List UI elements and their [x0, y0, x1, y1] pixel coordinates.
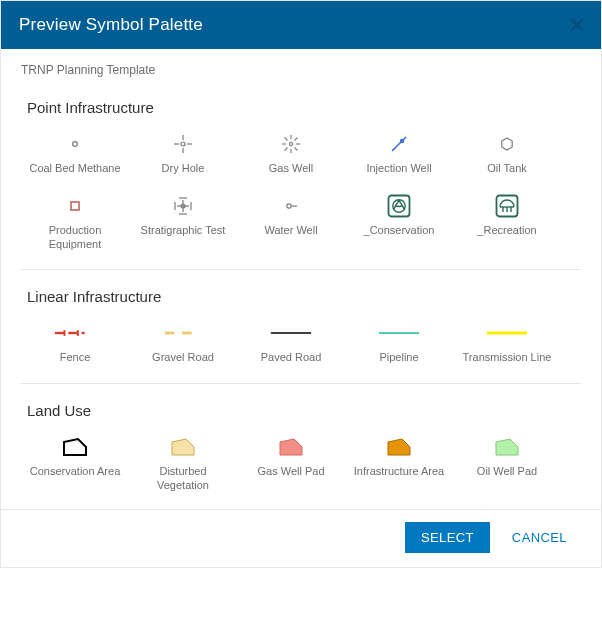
section-heading: Linear Infrastructure	[27, 288, 581, 305]
symbol-swatch[interactable]: Water Well	[237, 192, 345, 252]
preview-symbol-palette-dialog: Preview Symbol Palette TRNP Planning Tem…	[0, 0, 602, 568]
svg-rect-21	[71, 202, 79, 210]
select-button[interactable]: SELECT	[405, 522, 490, 553]
symbol-swatch[interactable]: Paved Road	[237, 319, 345, 365]
svg-point-29	[287, 204, 291, 208]
swatch-label: Gas Well Pad	[257, 465, 324, 479]
production-equipment-icon	[53, 192, 97, 220]
swatch-label: Disturbed Vegetation	[136, 465, 230, 493]
swatch-label: Water Well	[264, 224, 317, 238]
svg-point-2	[73, 142, 78, 147]
swatch-label: Injection Well	[366, 162, 431, 176]
svg-point-3	[181, 142, 185, 146]
close-icon[interactable]	[567, 15, 587, 35]
swatch-label: _Conservation	[364, 224, 435, 238]
symbol-swatch[interactable]: Gravel Road	[129, 319, 237, 365]
symbol-swatch[interactable]: Stratigraphic Test	[129, 192, 237, 252]
swatch-label: Gas Well	[269, 162, 313, 176]
swatch-grid: Coal Bed Methane Dry Hole Gas Well Injec…	[21, 130, 581, 267]
symbol-swatch[interactable]: _Recreation	[453, 192, 561, 252]
swatch-label: _Recreation	[477, 224, 536, 238]
section-heading: Point Infrastructure	[27, 99, 581, 116]
dry-hole-icon	[161, 130, 205, 158]
symbol-swatch[interactable]: _Conservation	[345, 192, 453, 252]
svg-line-16	[285, 148, 288, 151]
symbol-swatch[interactable]: Coal Bed Methane	[21, 130, 129, 176]
swatch-label: Oil Well Pad	[477, 465, 537, 479]
cancel-button[interactable]: CANCEL	[496, 522, 583, 553]
symbol-swatch[interactable]: Infrastructure Area	[345, 433, 453, 493]
poly-icon	[269, 433, 313, 461]
svg-marker-48	[64, 439, 86, 455]
template-name: TRNP Planning Template	[21, 63, 581, 77]
svg-marker-51	[388, 439, 410, 455]
swatch-label: Gravel Road	[152, 351, 214, 365]
swatch-label: Stratigraphic Test	[141, 224, 226, 238]
svg-point-18	[400, 139, 404, 143]
symbol-swatch[interactable]: Oil Well Pad	[453, 433, 561, 493]
poly-icon	[485, 433, 529, 461]
swatch-label: Production Equipment	[28, 224, 122, 252]
svg-marker-50	[280, 439, 302, 455]
symbol-swatch[interactable]: Transmission Line	[453, 319, 561, 365]
svg-marker-49	[172, 439, 194, 455]
section-divider	[21, 383, 581, 384]
svg-marker-20	[502, 138, 512, 150]
pipeline-icon	[377, 319, 421, 347]
symbol-swatch[interactable]: Fence	[21, 319, 129, 365]
symbol-swatch[interactable]: Injection Well	[345, 130, 453, 176]
symbol-swatch[interactable]: Disturbed Vegetation	[129, 433, 237, 493]
water-well-icon	[269, 192, 313, 220]
fence-icon	[53, 319, 97, 347]
poly-icon	[377, 433, 421, 461]
section-heading: Land Use	[27, 402, 581, 419]
swatch-label: Transmission Line	[463, 351, 552, 365]
transmission-icon	[485, 319, 529, 347]
swatch-grid: Conservation Area Disturbed Vegetation G…	[21, 433, 581, 509]
swatch-label: Pipeline	[379, 351, 418, 365]
swatch-label: Coal Bed Methane	[29, 162, 120, 176]
symbol-swatch[interactable]: Production Equipment	[21, 192, 129, 252]
dialog-title: Preview Symbol Palette	[19, 15, 203, 35]
symbol-swatch[interactable]: Gas Well Pad	[237, 433, 345, 493]
sections: Point InfrastructureCoal Bed Methane Dry…	[21, 99, 581, 509]
symbol-swatch[interactable]: Pipeline	[345, 319, 453, 365]
svg-marker-52	[496, 439, 518, 455]
swatch-label: Infrastructure Area	[354, 465, 445, 479]
swatch-grid: Fence Gravel RoadPaved RoadPipelineTrans…	[21, 319, 581, 381]
symbol-swatch[interactable]: Conservation Area	[21, 433, 129, 493]
paved-road-icon	[269, 319, 313, 347]
dialog-body: TRNP Planning Template Point Infrastruct…	[1, 49, 601, 509]
symbol-swatch[interactable]: Gas Well	[237, 130, 345, 176]
swatch-label: Oil Tank	[487, 162, 527, 176]
svg-line-15	[295, 138, 298, 141]
swatch-label: Dry Hole	[162, 162, 205, 176]
svg-line-14	[295, 148, 298, 151]
stratigraphic-test-icon	[161, 192, 205, 220]
oil-tank-icon	[485, 130, 529, 158]
symbol-swatch[interactable]: Dry Hole	[129, 130, 237, 176]
poly-icon	[53, 433, 97, 461]
injection-well-icon	[377, 130, 421, 158]
swatch-label: Conservation Area	[30, 465, 121, 479]
svg-point-8	[289, 142, 292, 145]
conservation-icon	[377, 192, 421, 220]
gas-well-icon	[269, 130, 313, 158]
recreation-icon	[485, 192, 529, 220]
gravel-road-icon	[161, 319, 205, 347]
swatch-label: Fence	[60, 351, 91, 365]
dialog-footer: SELECT CANCEL	[1, 509, 601, 567]
svg-line-13	[285, 138, 288, 141]
coal-bed-methane-icon	[53, 130, 97, 158]
poly-icon	[161, 433, 205, 461]
section-divider	[21, 269, 581, 270]
dialog-titlebar: Preview Symbol Palette	[1, 1, 601, 49]
swatch-label: Paved Road	[261, 351, 322, 365]
symbol-swatch[interactable]: Oil Tank	[453, 130, 561, 176]
